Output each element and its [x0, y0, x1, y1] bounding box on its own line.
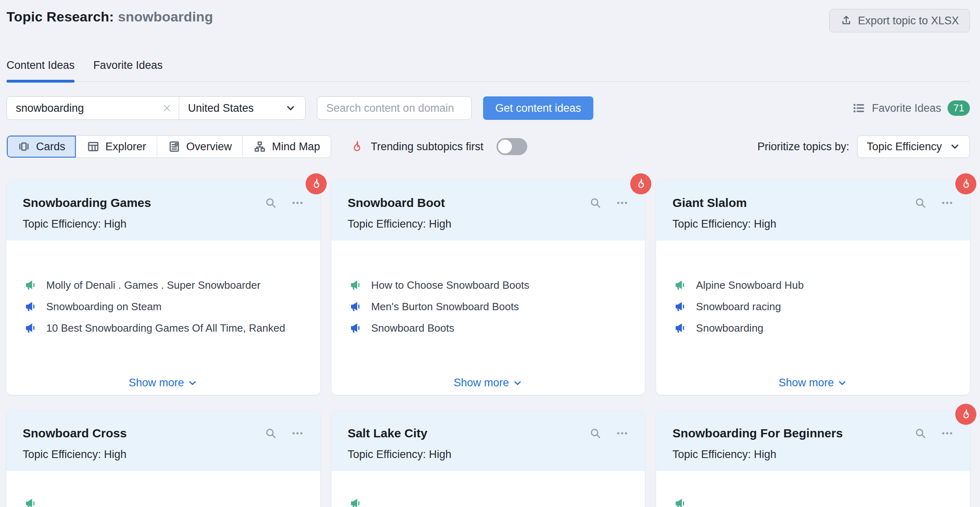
megaphone-icon [674, 322, 687, 334]
topic-card-giant-slalom: Giant Slalom Topic Efficiency: High Alpi… [656, 180, 970, 395]
idea-item[interactable]: 10 Best Snowboarding Games Of All Time, … [24, 322, 304, 334]
cards-grid: Snowboarding Games Topic Efficiency: Hig… [6, 180, 970, 507]
card-body [6, 471, 320, 507]
topic-efficiency: Topic Efficiency: High [672, 218, 954, 230]
search-icon[interactable] [264, 427, 277, 440]
idea-item[interactable]: Snowboard racing [674, 300, 954, 313]
trending-fire-badge [630, 173, 651, 194]
favorites-count-badge: 71 [948, 100, 970, 116]
domain-search-input[interactable] [317, 96, 472, 120]
view-mindmap[interactable]: Mind Map [243, 136, 331, 158]
idea-item[interactable]: Men's Burton Snowboard Boots [349, 300, 629, 313]
flame-icon [635, 178, 647, 190]
show-more-link[interactable]: Show more [332, 377, 645, 389]
trending-fire-badge [955, 173, 976, 194]
idea-text: Snowboarding [696, 322, 763, 334]
idea-item[interactable]: Snowboarding on Steam [24, 300, 304, 313]
show-more-link[interactable]: Show more [6, 377, 320, 389]
idea-item[interactable] [674, 497, 954, 507]
search-icon[interactable] [589, 196, 602, 209]
prioritize-select[interactable]: Topic Efficiency [857, 135, 970, 158]
megaphone-icon [349, 322, 362, 334]
search-icon[interactable] [914, 427, 927, 440]
topic-card-snowboard-cross: Snowboard Cross Topic Efficiency: High [6, 410, 320, 507]
card-body: Molly of Denali . Games . Super Snowboar… [6, 241, 320, 395]
search-row: United States Get content ideas Favorite… [6, 96, 970, 120]
card-title[interactable]: Snowboard Cross [23, 426, 127, 440]
trending-fire-badge [955, 404, 976, 425]
sitemap-icon [253, 140, 266, 153]
card-title[interactable]: Snowboarding For Beginners [672, 426, 843, 440]
card-header: Giant Slalom Topic Efficiency: High [656, 180, 970, 241]
card-title[interactable]: Snowboard Boot [348, 196, 445, 210]
query-wrap [7, 97, 179, 119]
topic-card-snowboard-boot: Snowboard Boot Topic Efficiency: High Ho… [332, 180, 645, 395]
country-value: United States [188, 102, 254, 115]
ellipsis-menu-icon[interactable] [616, 427, 629, 440]
ellipsis-menu-icon[interactable] [291, 196, 304, 209]
trending-toggle[interactable] [496, 138, 527, 155]
ellipsis-menu-icon[interactable] [941, 427, 954, 440]
cards-view-icon [17, 140, 30, 153]
flame-icon [960, 408, 972, 420]
overview-doc-icon [168, 140, 181, 153]
view-cards[interactable]: Cards [7, 136, 76, 158]
view-overview[interactable]: Overview [157, 136, 243, 158]
get-content-ideas-button[interactable]: Get content ideas [483, 96, 593, 120]
ellipsis-menu-icon[interactable] [291, 427, 304, 440]
megaphone-icon [24, 300, 37, 313]
idea-item[interactable] [349, 497, 629, 507]
page-title-topic: snowboarding [118, 9, 213, 24]
tab-content-ideas[interactable]: Content Ideas [6, 59, 75, 81]
topic-query-input[interactable] [7, 102, 162, 115]
megaphone-icon [24, 497, 37, 507]
favorite-ideas-link[interactable]: Favorite Ideas 71 [852, 100, 970, 116]
tabs-bar: Content Ideas Favorite Ideas [6, 59, 970, 82]
topic-card-snowboarding-games: Snowboarding Games Topic Efficiency: Hig… [6, 180, 320, 395]
card-title[interactable]: Giant Slalom [672, 196, 747, 210]
clear-query-icon[interactable] [162, 103, 172, 113]
idea-item[interactable] [24, 497, 304, 507]
card-title[interactable]: Salt Lake City [348, 426, 428, 440]
view-mindmap-label: Mind Map [272, 141, 320, 153]
page-title: Topic Research:snowboarding [6, 9, 213, 25]
megaphone-icon [674, 279, 687, 292]
search-icon[interactable] [914, 196, 927, 209]
idea-item[interactable]: Alpine Snowboard Hub [674, 279, 954, 292]
trending-fire-badge [306, 173, 327, 194]
idea-item[interactable]: Snowboarding [674, 322, 954, 334]
megaphone-icon [349, 300, 362, 313]
export-xlsx-button[interactable]: Export topic to XLSX [829, 9, 970, 32]
tab-favorite-ideas[interactable]: Favorite Ideas [93, 59, 163, 81]
topic-card-snowboarding-for-beginners: Snowboarding For Beginners Topic Efficie… [656, 410, 970, 507]
idea-item[interactable]: Snowboard Boots [349, 322, 629, 334]
idea-text: Alpine Snowboard Hub [696, 279, 804, 292]
chevron-down-icon [285, 102, 296, 114]
favorite-ideas-label: Favorite Ideas [872, 102, 941, 115]
chevron-down-icon [187, 378, 198, 388]
idea-item[interactable]: How to Choose Snowboard Boots [349, 279, 629, 292]
card-title[interactable]: Snowboarding Games [23, 196, 151, 210]
show-more-label: Show more [129, 377, 184, 389]
show-more-link[interactable]: Show more [656, 377, 970, 389]
search-icon[interactable] [589, 427, 602, 440]
view-overview-label: Overview [186, 141, 232, 153]
megaphone-icon [24, 279, 37, 292]
ellipsis-menu-icon[interactable] [616, 196, 629, 209]
idea-item[interactable]: Molly of Denali . Games . Super Snowboar… [24, 279, 304, 292]
view-cards-label: Cards [36, 141, 65, 153]
chevron-down-icon [837, 378, 847, 388]
country-select[interactable]: United States [179, 97, 305, 119]
prioritize-control: Prioritize topics by: Topic Efficiency [757, 135, 970, 158]
idea-text: Snowboard Boots [371, 322, 454, 334]
search-icon[interactable] [264, 196, 277, 209]
show-more-label: Show more [454, 377, 509, 389]
idea-list [6, 471, 320, 507]
ellipsis-menu-icon[interactable] [941, 196, 954, 209]
idea-text: Men's Burton Snowboard Boots [371, 300, 519, 313]
megaphone-icon [674, 497, 687, 507]
card-header: Salt Lake City Topic Efficiency: High [332, 410, 645, 471]
idea-list: Molly of Denali . Games . Super Snowboar… [6, 241, 320, 334]
card-body: Alpine Snowboard Hub Snowboard racing Sn… [656, 241, 970, 395]
view-explorer[interactable]: Explorer [76, 136, 157, 158]
